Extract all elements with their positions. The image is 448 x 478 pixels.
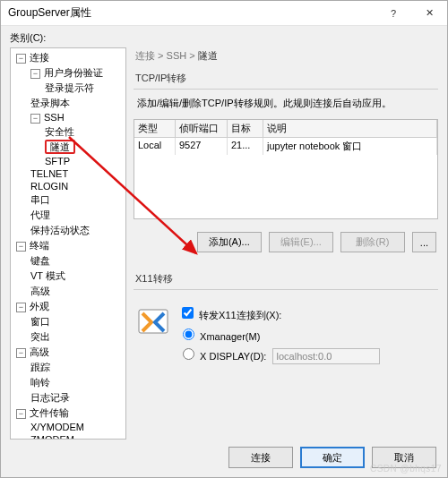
- x11-section: X11转移 转发X11连接到(X): Xmanager(M) X DISPLAY…: [134, 272, 438, 371]
- col-type: 类型: [134, 120, 176, 137]
- tree-node-trace[interactable]: 跟踪: [11, 360, 125, 375]
- dialog-title: GroupServer属性: [8, 5, 375, 21]
- tree-node-login-script[interactable]: 登录脚本: [11, 96, 125, 111]
- tree-node-login-prompt[interactable]: 登录提示符: [11, 81, 125, 96]
- tree-node-serial[interactable]: 串口: [11, 192, 125, 208]
- tree-node-telnet[interactable]: TELNET: [11, 167, 125, 180]
- x11-options: 转发X11连接到(X): Xmanager(M) X DISPLAY(D):: [178, 303, 380, 366]
- col-target: 目标: [228, 120, 263, 137]
- ok-button[interactable]: 确定: [300, 447, 365, 468]
- x11-display-field[interactable]: [272, 348, 380, 364]
- tree-node-ssh[interactable]: −SSH: [11, 111, 125, 124]
- more-button[interactable]: ...: [412, 232, 436, 252]
- collapse-icon[interactable]: −: [16, 409, 26, 419]
- tree-node-tunnel[interactable]: 隧道: [11, 140, 125, 155]
- tree-node-adv[interactable]: −高级: [11, 345, 125, 360]
- tree-node-sftp[interactable]: SFTP: [11, 155, 125, 167]
- tree-node-highlight[interactable]: 突出: [11, 329, 125, 345]
- forward-rules-table[interactable]: 类型 侦听端口 目标 说明 Local 9527 21... jupyter n…: [134, 119, 438, 219]
- tree-node-appearance[interactable]: −外观: [11, 299, 125, 314]
- tree-node-filetransfer[interactable]: −文件传输: [11, 405, 125, 421]
- col-listen: 侦听端口: [176, 120, 228, 137]
- tree-node-terminal[interactable]: −终端: [11, 238, 125, 253]
- tree-node-keepalive[interactable]: 保持活动状态: [11, 223, 125, 238]
- table-row[interactable]: Local 9527 21... jupyter notebook 窗口: [134, 138, 437, 155]
- collapse-icon[interactable]: −: [16, 54, 26, 64]
- table-header: 类型 侦听端口 目标 说明: [134, 120, 437, 138]
- tree-node-bell[interactable]: 响铃: [11, 375, 125, 390]
- x11-icon: [137, 306, 169, 338]
- tree-node-zmodem[interactable]: ZMODEM: [11, 433, 125, 440]
- breadcrumb: 连接 > SSH > 隧道: [134, 47, 438, 70]
- collapse-icon[interactable]: −: [30, 69, 40, 79]
- tree-node-window[interactable]: 窗口: [11, 314, 125, 329]
- tree-node-proxy[interactable]: 代理: [11, 208, 125, 223]
- tree-node-vtmode[interactable]: VT 模式: [11, 269, 125, 284]
- properties-dialog: GroupServer属性 ? ✕ 类别(C): −连接 −用户身份验证 登录提…: [0, 0, 448, 478]
- watermark: CSDN @bhqs17: [370, 464, 442, 474]
- tree-node-xymodem[interactable]: X/YMODEM: [11, 421, 125, 433]
- x11-title: X11转移: [135, 272, 438, 286]
- tree-node-connection[interactable]: −连接: [11, 50, 125, 65]
- x11-xmanager-radio[interactable]: Xmanager(M): [178, 324, 380, 344]
- divider: [134, 89, 438, 90]
- tree-node-rlogin[interactable]: RLOGIN: [11, 180, 125, 192]
- help-button[interactable]: ?: [375, 1, 411, 26]
- tree-node-logging[interactable]: 日志记录: [11, 390, 125, 405]
- collapse-icon[interactable]: −: [30, 114, 40, 124]
- category-label: 类别(C):: [10, 31, 46, 45]
- close-button[interactable]: ✕: [411, 1, 447, 26]
- delete-button[interactable]: 删除(R): [340, 232, 405, 252]
- x11-display-radio[interactable]: X DISPLAY(D):: [178, 344, 380, 366]
- add-button[interactable]: 添加(A)...: [197, 232, 262, 252]
- tree-node-auth[interactable]: −用户身份验证: [11, 65, 125, 81]
- collapse-icon[interactable]: −: [16, 303, 26, 312]
- titlebar: GroupServer属性 ? ✕: [1, 1, 447, 26]
- connect-button[interactable]: 连接: [228, 447, 293, 468]
- tree-node-security[interactable]: 安全性: [11, 124, 125, 140]
- col-desc: 说明: [263, 120, 437, 137]
- category-tree[interactable]: −连接 −用户身份验证 登录提示符 登录脚本 −SSH 安全性 隧道 SFTP …: [10, 47, 126, 440]
- divider: [134, 289, 438, 290]
- tunnel-panel: 连接 > SSH > 隧道 TCP/IP转移 添加/编辑/删除TCP/IP转移规…: [134, 47, 438, 438]
- collapse-icon[interactable]: −: [16, 242, 26, 252]
- edit-button[interactable]: 编辑(E)...: [269, 232, 333, 252]
- tree-node-advanced1[interactable]: 高级: [11, 284, 125, 299]
- table-buttons: 添加(A)... 编辑(E)... 删除(R) ...: [134, 232, 436, 252]
- x11-forward-checkbox[interactable]: 转发X11连接到(X):: [178, 303, 380, 324]
- tcpip-forward-title: TCP/IP转移: [135, 72, 438, 85]
- collapse-icon[interactable]: −: [16, 348, 26, 358]
- tree-node-keyboard[interactable]: 键盘: [11, 253, 125, 269]
- tcpip-forward-desc: 添加/编辑/删除TCP/IP转移规则。此规则连接后自动应用。: [134, 97, 438, 119]
